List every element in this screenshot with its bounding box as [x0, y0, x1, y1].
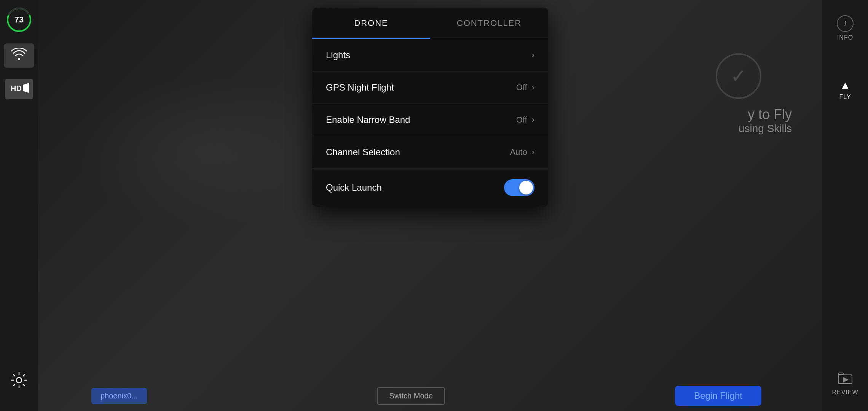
lights-chevron: ›	[532, 50, 535, 60]
lights-right: ›	[532, 50, 535, 60]
fly-icon: ▲	[840, 79, 850, 91]
modal-overlay: DRONE CONTROLLER Lights › GPS Night Flig…	[38, 0, 822, 411]
sidebar-item-review[interactable]: REVIEW	[822, 364, 868, 403]
gps-night-chevron: ›	[532, 83, 535, 92]
narrow-band-value: Off	[516, 115, 527, 125]
svg-text:HD: HD	[11, 84, 22, 92]
quick-launch-label: Quick Launch	[326, 182, 382, 193]
channel-selection-chevron: ›	[532, 147, 535, 157]
channel-selection-value: Auto	[510, 147, 527, 157]
sidebar-item-info[interactable]: i INFO	[822, 8, 868, 49]
wifi-icon-container[interactable]	[4, 43, 34, 68]
settings-row-channel-selection[interactable]: Channel Selection Auto ›	[312, 136, 548, 169]
narrow-band-chevron: ›	[532, 115, 535, 125]
battery-value: 73	[14, 15, 24, 25]
channel-selection-right: Auto ›	[510, 147, 535, 157]
svg-point-3	[16, 378, 22, 383]
gps-night-right: Off ›	[516, 83, 535, 92]
review-label: REVIEW	[832, 389, 858, 396]
settings-row-narrow-band[interactable]: Enable Narrow Band Off ›	[312, 104, 548, 136]
main-content: DRONE CONTROLLER Lights › GPS Night Flig…	[38, 0, 822, 411]
toggle-knob	[519, 181, 533, 194]
settings-row-gps-night-flight[interactable]: GPS Night Flight Off ›	[312, 72, 548, 104]
tab-drone[interactable]: DRONE	[312, 8, 430, 39]
narrow-band-label: Enable Narrow Band	[326, 115, 410, 125]
settings-list: Lights › GPS Night Flight Off › Enable N…	[312, 39, 548, 207]
left-sidebar: 73 HD	[0, 0, 38, 411]
svg-marker-5	[843, 377, 849, 382]
gear-icon	[11, 372, 27, 392]
wifi-icon	[11, 48, 27, 63]
hd-label: HD	[5, 79, 33, 99]
info-icon: i	[837, 15, 854, 32]
channel-selection-label: Channel Selection	[326, 147, 400, 158]
right-sidebar: i INFO ▲ FLY REVIEW	[822, 0, 868, 411]
svg-marker-2	[23, 83, 29, 93]
narrow-band-right: Off ›	[516, 115, 535, 125]
fly-label: FLY	[839, 94, 851, 100]
gps-night-flight-label: GPS Night Flight	[326, 82, 394, 93]
gps-night-value: Off	[516, 83, 527, 92]
tab-controller[interactable]: CONTROLLER	[430, 8, 548, 39]
quick-launch-right	[504, 179, 535, 196]
lights-label: Lights	[326, 50, 350, 61]
battery-indicator: 73	[7, 8, 31, 32]
info-label: INFO	[837, 34, 853, 41]
settings-gear-icon[interactable]	[11, 372, 27, 392]
sidebar-item-fly[interactable]: ▲ FLY	[822, 72, 868, 108]
settings-row-lights[interactable]: Lights ›	[312, 39, 548, 72]
quick-launch-toggle[interactable]	[504, 179, 535, 196]
settings-panel: DRONE CONTROLLER Lights › GPS Night Flig…	[312, 8, 548, 207]
settings-tabs: DRONE CONTROLLER	[312, 8, 548, 39]
hd-video-icon[interactable]: HD	[5, 79, 33, 99]
settings-row-quick-launch[interactable]: Quick Launch	[312, 169, 548, 207]
review-icon	[838, 372, 852, 387]
